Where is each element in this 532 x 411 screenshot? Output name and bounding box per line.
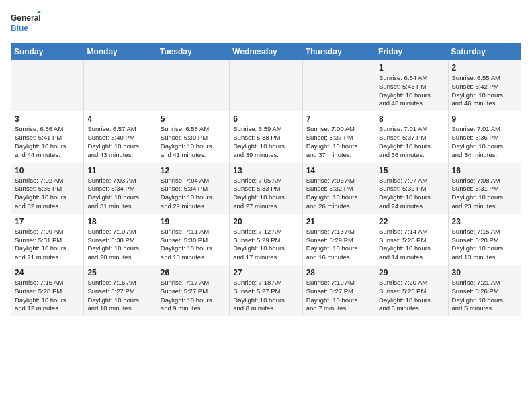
- day-info: Sunrise: 7:03 AMSunset: 5:34 PMDaylight:…: [87, 177, 152, 211]
- calendar-day-empty: [84, 60, 157, 111]
- calendar-day-17: 17Sunrise: 7:09 AMSunset: 5:31 PMDayligh…: [11, 214, 84, 265]
- day-info: Sunrise: 6:58 AMSunset: 5:39 PMDaylight:…: [161, 125, 226, 159]
- day-info: Sunrise: 7:14 AMSunset: 5:28 PMDaylight:…: [379, 228, 444, 262]
- day-info: Sunrise: 7:01 AMSunset: 5:36 PMDaylight:…: [452, 125, 517, 159]
- weekday-header-friday: Friday: [375, 44, 448, 60]
- calendar-week-row: 1Sunrise: 6:54 AMSunset: 5:43 PMDaylight…: [11, 60, 521, 111]
- day-info: Sunrise: 7:17 AMSunset: 5:27 PMDaylight:…: [161, 279, 226, 313]
- calendar-day-empty: [302, 60, 375, 111]
- day-number: 26: [161, 268, 226, 277]
- calendar-day-19: 19Sunrise: 7:11 AMSunset: 5:30 PMDayligh…: [157, 214, 229, 265]
- day-number: 2: [452, 63, 517, 73]
- calendar-day-11: 11Sunrise: 7:03 AMSunset: 5:34 PMDayligh…: [84, 163, 157, 214]
- day-number: 25: [87, 268, 152, 277]
- header: General Blue: [11, 11, 521, 36]
- day-number: 18: [87, 217, 152, 226]
- day-info: Sunrise: 7:12 AMSunset: 5:29 PMDaylight:…: [233, 228, 298, 262]
- day-info: Sunrise: 7:21 AMSunset: 5:26 PMDaylight:…: [452, 279, 517, 313]
- day-number: 16: [452, 166, 517, 175]
- day-number: 4: [87, 114, 152, 124]
- day-number: 15: [379, 166, 444, 175]
- calendar-day-15: 15Sunrise: 7:07 AMSunset: 5:32 PMDayligh…: [375, 163, 448, 214]
- day-info: Sunrise: 7:00 AMSunset: 5:37 PMDaylight:…: [306, 125, 371, 159]
- day-number: 14: [306, 166, 371, 175]
- day-number: 24: [15, 268, 80, 277]
- calendar-header-row: SundayMondayTuesdayWednesdayThursdayFrid…: [11, 44, 521, 60]
- day-info: Sunrise: 6:56 AMSunset: 5:41 PMDaylight:…: [15, 125, 80, 159]
- calendar-day-empty: [157, 60, 229, 111]
- calendar-day-4: 4Sunrise: 6:57 AMSunset: 5:40 PMDaylight…: [84, 111, 157, 163]
- day-info: Sunrise: 7:02 AMSunset: 5:35 PMDaylight:…: [15, 177, 80, 211]
- calendar-day-22: 22Sunrise: 7:14 AMSunset: 5:28 PMDayligh…: [375, 214, 448, 265]
- day-info: Sunrise: 7:09 AMSunset: 5:31 PMDaylight:…: [15, 228, 80, 262]
- logo-svg: General Blue: [11, 11, 43, 36]
- svg-marker-2: [36, 11, 42, 13]
- day-number: 23: [452, 217, 517, 226]
- logo: General Blue: [11, 11, 43, 36]
- calendar-week-row: 10Sunrise: 7:02 AMSunset: 5:35 PMDayligh…: [11, 163, 521, 214]
- calendar-day-13: 13Sunrise: 7:05 AMSunset: 5:33 PMDayligh…: [230, 163, 302, 214]
- day-info: Sunrise: 7:16 AMSunset: 5:27 PMDaylight:…: [87, 279, 152, 313]
- day-info: Sunrise: 6:55 AMSunset: 5:42 PMDaylight:…: [452, 74, 517, 108]
- calendar-day-27: 27Sunrise: 7:18 AMSunset: 5:27 PMDayligh…: [230, 265, 302, 316]
- calendar-day-empty: [11, 60, 84, 111]
- day-info: Sunrise: 7:01 AMSunset: 5:37 PMDaylight:…: [379, 125, 444, 159]
- weekday-header-wednesday: Wednesday: [230, 44, 302, 60]
- day-info: Sunrise: 7:07 AMSunset: 5:32 PMDaylight:…: [379, 177, 444, 211]
- day-number: 28: [306, 268, 371, 277]
- calendar-day-16: 16Sunrise: 7:08 AMSunset: 5:31 PMDayligh…: [448, 163, 521, 214]
- day-number: 29: [379, 268, 444, 277]
- day-number: 30: [452, 268, 517, 277]
- day-number: 9: [452, 114, 517, 124]
- calendar-day-empty: [230, 60, 302, 111]
- calendar-day-8: 8Sunrise: 7:01 AMSunset: 5:37 PMDaylight…: [375, 111, 448, 163]
- day-info: Sunrise: 6:54 AMSunset: 5:43 PMDaylight:…: [379, 74, 444, 108]
- calendar-day-20: 20Sunrise: 7:12 AMSunset: 5:29 PMDayligh…: [230, 214, 302, 265]
- day-info: Sunrise: 7:15 AMSunset: 5:28 PMDaylight:…: [15, 279, 80, 313]
- calendar-day-9: 9Sunrise: 7:01 AMSunset: 5:36 PMDaylight…: [448, 111, 521, 163]
- day-number: 6: [233, 114, 298, 124]
- day-number: 20: [233, 217, 298, 226]
- day-info: Sunrise: 7:13 AMSunset: 5:29 PMDaylight:…: [306, 228, 371, 262]
- day-info: Sunrise: 6:57 AMSunset: 5:40 PMDaylight:…: [87, 125, 152, 159]
- day-number: 21: [306, 217, 371, 226]
- day-number: 19: [161, 217, 226, 226]
- day-info: Sunrise: 7:11 AMSunset: 5:30 PMDaylight:…: [161, 228, 226, 262]
- calendar-week-row: 24Sunrise: 7:15 AMSunset: 5:28 PMDayligh…: [11, 265, 521, 316]
- day-number: 8: [379, 114, 444, 124]
- calendar-day-1: 1Sunrise: 6:54 AMSunset: 5:43 PMDaylight…: [375, 60, 448, 111]
- calendar-week-row: 3Sunrise: 6:56 AMSunset: 5:41 PMDaylight…: [11, 111, 521, 163]
- weekday-header-sunday: Sunday: [11, 44, 84, 60]
- calendar-day-23: 23Sunrise: 7:15 AMSunset: 5:28 PMDayligh…: [448, 214, 521, 265]
- calendar-day-30: 30Sunrise: 7:21 AMSunset: 5:26 PMDayligh…: [448, 265, 521, 316]
- calendar-day-18: 18Sunrise: 7:10 AMSunset: 5:30 PMDayligh…: [84, 214, 157, 265]
- svg-text:Blue: Blue: [11, 24, 28, 33]
- calendar-day-5: 5Sunrise: 6:58 AMSunset: 5:39 PMDaylight…: [157, 111, 229, 163]
- weekday-header-tuesday: Tuesday: [157, 44, 229, 60]
- day-number: 22: [379, 217, 444, 226]
- calendar-week-row: 17Sunrise: 7:09 AMSunset: 5:31 PMDayligh…: [11, 214, 521, 265]
- calendar-day-12: 12Sunrise: 7:04 AMSunset: 5:34 PMDayligh…: [157, 163, 229, 214]
- weekday-header-saturday: Saturday: [448, 44, 521, 60]
- calendar-day-21: 21Sunrise: 7:13 AMSunset: 5:29 PMDayligh…: [302, 214, 375, 265]
- weekday-header-thursday: Thursday: [302, 44, 375, 60]
- day-info: Sunrise: 6:59 AMSunset: 5:38 PMDaylight:…: [233, 125, 298, 159]
- day-info: Sunrise: 7:05 AMSunset: 5:33 PMDaylight:…: [233, 177, 298, 211]
- page: General Blue SundayMondayTuesdayWednesda…: [0, 0, 532, 322]
- calendar-day-26: 26Sunrise: 7:17 AMSunset: 5:27 PMDayligh…: [157, 265, 229, 316]
- calendar-day-3: 3Sunrise: 6:56 AMSunset: 5:41 PMDaylight…: [11, 111, 84, 163]
- day-number: 1: [379, 63, 444, 73]
- day-number: 13: [233, 166, 298, 175]
- calendar-day-24: 24Sunrise: 7:15 AMSunset: 5:28 PMDayligh…: [11, 265, 84, 316]
- day-info: Sunrise: 7:10 AMSunset: 5:30 PMDaylight:…: [87, 228, 152, 262]
- day-number: 11: [87, 166, 152, 175]
- day-info: Sunrise: 7:04 AMSunset: 5:34 PMDaylight:…: [161, 177, 226, 211]
- day-number: 17: [15, 217, 80, 226]
- calendar-day-7: 7Sunrise: 7:00 AMSunset: 5:37 PMDaylight…: [302, 111, 375, 163]
- day-number: 10: [15, 166, 80, 175]
- calendar-table: SundayMondayTuesdayWednesdayThursdayFrid…: [11, 43, 521, 316]
- day-info: Sunrise: 7:15 AMSunset: 5:28 PMDaylight:…: [452, 228, 517, 262]
- day-number: 27: [233, 268, 298, 277]
- calendar-day-10: 10Sunrise: 7:02 AMSunset: 5:35 PMDayligh…: [11, 163, 84, 214]
- calendar-day-28: 28Sunrise: 7:19 AMSunset: 5:27 PMDayligh…: [302, 265, 375, 316]
